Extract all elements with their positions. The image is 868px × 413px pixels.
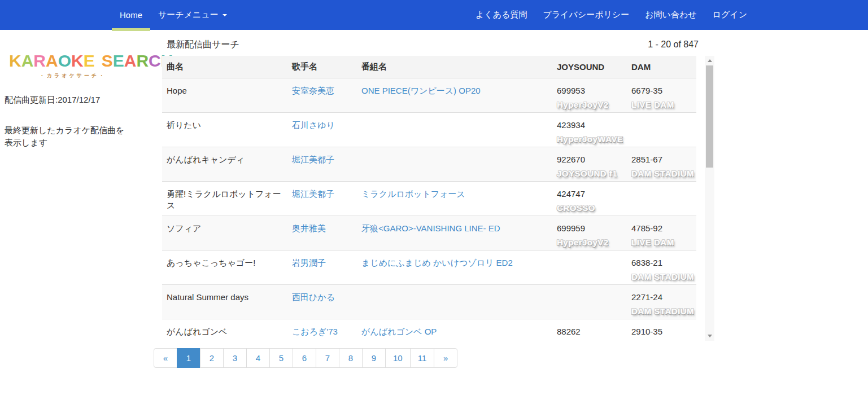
- dam-model-badge: LIVE DAM: [631, 237, 692, 248]
- dam-code: 6838-21: [631, 257, 692, 269]
- pagination-page-10: 10: [386, 348, 411, 368]
- program-link[interactable]: まじめにふまじめ かいけつゾロリ ED2: [361, 258, 513, 267]
- joysound-model-badge: HyperJoyV2: [557, 237, 622, 248]
- navbar-right-group: よくある質問 プライバシーポリシー お問い合わせ ログイン: [468, 0, 755, 30]
- joysound-model-badge: HyperJoyV2: [557, 99, 622, 111]
- pagination-page-1: 1: [177, 348, 200, 368]
- logo-letter: E: [113, 52, 124, 69]
- pagination-page-link[interactable]: 10: [385, 348, 411, 368]
- caret-down-icon: [223, 14, 227, 16]
- pagination-page-link[interactable]: 3: [223, 348, 247, 368]
- songs-table: 曲名 歌手名 番組名 JOYSOUND DAM Hope 安室奈美恵 ONE P…: [162, 56, 696, 341]
- scrollbar-thumb[interactable]: [706, 65, 713, 168]
- page-title: 最新配信曲サーチ: [167, 39, 239, 51]
- pagination-prev-link[interactable]: «: [154, 348, 177, 368]
- pagination-page-4: 4: [247, 348, 270, 368]
- artist-cell: 西田ひかる: [287, 285, 357, 319]
- dam-model-badge: LIVE DAM: [631, 99, 692, 111]
- program-link[interactable]: ミラクルロボットフォース: [361, 189, 465, 199]
- pagination-page-2: 2: [200, 348, 224, 368]
- artist-cell: 岩男潤子: [287, 251, 357, 285]
- content-header: 最新配信曲サーチ 1 - 20 of 847: [162, 30, 714, 56]
- dam-cell: 6679-35LIVE DAM: [627, 78, 696, 113]
- nav-item-search-menu-label: サーチメニュー: [158, 10, 219, 20]
- pagination-page-3: 3: [224, 348, 247, 368]
- pagination-next-link[interactable]: »: [434, 348, 457, 368]
- nav-item-contact[interactable]: お問い合わせ: [637, 0, 704, 30]
- logo-letter: O: [58, 52, 71, 69]
- song-name-cell: がんばれキャンディ: [162, 147, 287, 182]
- sidebar-description: 最終更新したカラオケ配信曲を表示します: [5, 124, 132, 149]
- song-name-cell: がんばれゴンベ: [162, 319, 287, 341]
- pagination-page-link[interactable]: 9: [362, 348, 386, 368]
- logo-letter: R: [136, 52, 149, 69]
- artist-link[interactable]: 奥井雅美: [292, 223, 326, 233]
- artist-link[interactable]: 岩男潤子: [292, 258, 326, 267]
- pagination-page-link[interactable]: 1: [177, 348, 200, 368]
- joysound-code: 699959: [557, 223, 622, 234]
- pagination-page-link[interactable]: 5: [269, 348, 293, 368]
- song-name-cell: Natural Summer days: [162, 285, 287, 319]
- pagination-page-9: 9: [363, 348, 386, 368]
- pagination-page-8: 8: [339, 348, 363, 368]
- dam-model-badge: DAM STADIUM: [631, 271, 692, 283]
- artist-link[interactable]: 石川さゆり: [292, 120, 335, 130]
- joysound-code: 423934: [557, 120, 622, 131]
- nav-item-faq[interactable]: よくある質問: [468, 0, 535, 30]
- joysound-cell: 922670JOYSOUND f1: [552, 147, 627, 182]
- program-link[interactable]: ONE PIECE(ワンピース) OP20: [361, 86, 481, 95]
- artist-link[interactable]: 堀江美都子: [292, 189, 334, 199]
- program-link[interactable]: がんばれゴンベ OP: [361, 327, 437, 336]
- dam-code: 4785-92: [631, 223, 692, 234]
- artist-cell: 奥井雅美: [287, 216, 357, 251]
- artist-link[interactable]: 堀江美都子: [292, 155, 334, 164]
- table-row: あっちゃこっちゃゴー! 岩男潤子 まじめにふまじめ かいけつゾロリ ED2 68…: [162, 251, 696, 285]
- scrollbar-up-arrow-icon[interactable]: [705, 56, 714, 65]
- pagination-page-link[interactable]: 7: [316, 348, 339, 368]
- table-row: 祈りたい 石川さゆり 423934HyperJoyWAVE: [162, 113, 696, 147]
- dam-cell: 2271-24DAM STADIUM: [627, 285, 696, 319]
- karaoke-search-logo[interactable]: KARAOKESEARCH ・カラオケサーチ・: [9, 52, 137, 80]
- logo-letter: A: [46, 52, 58, 69]
- logo-letter: C: [149, 52, 161, 69]
- logo-letter: K: [71, 52, 84, 69]
- artist-cell: 堀江美都子: [287, 147, 357, 182]
- navbar-left-group: Home サーチメニュー: [112, 0, 235, 30]
- joysound-cell: [552, 251, 627, 285]
- pagination-page-11: 11: [411, 348, 435, 368]
- nav-item-home[interactable]: Home: [112, 0, 150, 30]
- joysound-model-badge: HyperJoyWAVE: [557, 134, 622, 145]
- pagination-page-link[interactable]: 11: [410, 348, 435, 368]
- table-header-row: 曲名 歌手名 番組名 JOYSOUND DAM: [162, 56, 696, 78]
- joysound-cell: [552, 285, 627, 319]
- pagination-page-link[interactable]: 8: [339, 348, 363, 368]
- logo-letter: K: [9, 52, 21, 69]
- nav-item-search-menu[interactable]: サーチメニュー: [150, 0, 235, 30]
- nav-item-login[interactable]: ログイン: [705, 0, 755, 30]
- scrollbar-down-arrow-icon[interactable]: [705, 331, 714, 341]
- artist-link[interactable]: こおろぎ'73: [292, 327, 338, 336]
- logo-subtitle: ・カラオケサーチ・: [9, 72, 137, 80]
- vertical-scrollbar[interactable]: [705, 56, 714, 341]
- program-cell: 牙狼<GARO>-VANISHING LINE- ED: [357, 216, 552, 251]
- nav-item-privacy-policy[interactable]: プライバシーポリシー: [535, 0, 637, 30]
- pagination-page-link[interactable]: 2: [200, 348, 224, 368]
- dam-code: 2851-67: [631, 154, 692, 165]
- program-cell: [357, 147, 552, 182]
- joysound-code: 699953: [557, 85, 622, 96]
- artist-link[interactable]: 西田ひかる: [292, 292, 335, 302]
- dam-cell: 6838-21DAM STADIUM: [627, 251, 696, 285]
- pagination-page-link[interactable]: 6: [293, 348, 316, 368]
- header-program: 番組名: [357, 56, 552, 78]
- joysound-model-badge: CROSSO: [557, 203, 622, 214]
- pagination-page-link[interactable]: 4: [246, 348, 270, 368]
- artist-link[interactable]: 安室奈美恵: [292, 86, 334, 95]
- dam-code: 6679-35: [631, 85, 692, 96]
- program-link[interactable]: 牙狼<GARO>-VANISHING LINE- ED: [361, 223, 500, 233]
- pagination-page-7: 7: [316, 348, 339, 368]
- pagination-page-6: 6: [293, 348, 316, 368]
- table-row: 勇躍!ミラクルロボットフォース 堀江美都子 ミラクルロボットフォース 42474…: [162, 182, 696, 216]
- logo-letter: R: [33, 52, 46, 69]
- artist-cell: 石川さゆり: [287, 113, 357, 147]
- dam-cell: 4785-92LIVE DAM: [627, 216, 696, 251]
